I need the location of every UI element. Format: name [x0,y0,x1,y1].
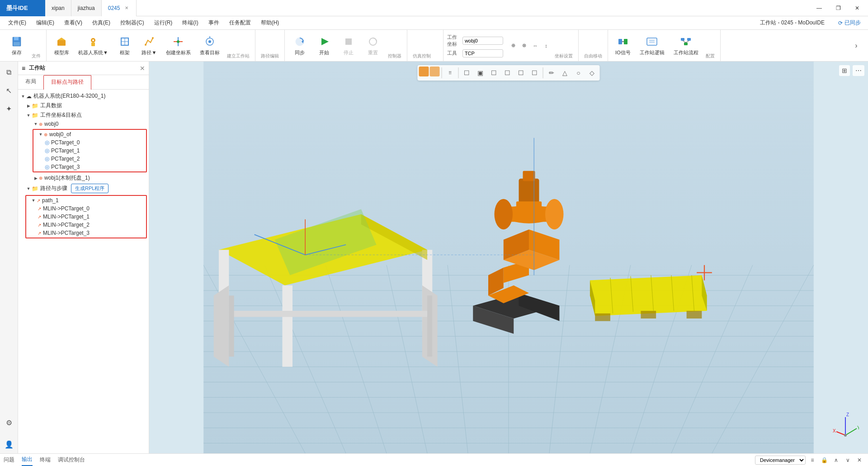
create-coord-button[interactable]: 创建坐标系 [162,33,194,58]
panel-close-btn[interactable]: ✕ [140,65,145,72]
tree-wobj-folder[interactable]: ▼ 📁 工件坐标&目标点 [18,110,149,120]
tree-tool-data[interactable]: ▶ 📁 工具数据 [18,101,149,110]
log-tab-problems[interactable]: 问题 [4,454,14,466]
view-target-button[interactable]: 查看目标 [196,33,223,58]
log-down-icon[interactable]: ∨ [843,455,853,465]
tree-wobj0-of[interactable]: ▼ ⊕ wobj0_of [34,130,146,138]
vp-btn-box4[interactable]: ☐ [501,67,514,79]
expand-wobj1[interactable]: ▶ [33,175,39,181]
maximize-button[interactable]: ❐ [829,0,847,16]
vp-btn-box2[interactable]: ▣ [474,67,487,79]
3d-viewport[interactable]: ⠿ ☐ ▣ ☐ ☐ ☐ ☐ ✏ △ ○ ◇ ⊞ ⋯ Z Y [149,62,868,453]
tree-wobj1[interactable]: ▶ ⊕ wobj1(木制托盘_1) [18,173,149,183]
tree-mlin-2[interactable]: ↗ MLIN->PCTarget_2 [27,221,146,229]
vp-btn-diamond[interactable]: ◇ [586,67,599,79]
tree-pctarget-0[interactable]: ◎ PCTarget_0 [34,138,146,147]
log-up-icon[interactable]: ∧ [831,455,841,465]
tool-input[interactable] [462,49,503,57]
reset-button[interactable]: 重置 [362,33,384,58]
tree-pctarget-1[interactable]: ◎ PCTarget_1 [34,147,146,155]
log-tab-terminal[interactable]: 终端 [40,454,51,466]
tree-pctarget-2[interactable]: ◎ PCTarget_2 [34,155,146,163]
expand-wobj0-of[interactable]: ▼ [38,131,44,138]
tree-wobj0[interactable]: ▼ ⊕ wobj0 [18,120,149,128]
expand-robot-system[interactable]: ▼ [20,93,26,100]
sidebar-copy-icon[interactable]: ⧉ [2,65,16,80]
save-button[interactable]: 保存 [5,33,28,58]
log-close-icon[interactable]: ✕ [854,455,864,465]
log-tab-output[interactable]: 输出 [22,454,33,466]
generate-rpl-button[interactable]: 生成RPL程序 [71,184,108,193]
tree-path1[interactable]: ▼ ↗ path_1 [27,196,146,204]
sync-toolbar-button[interactable]: 同步 [288,33,311,58]
expand-wobj-folder[interactable]: ▼ [25,112,32,119]
io-button[interactable]: IO信号 [612,33,634,58]
tab-0245-close[interactable]: ✕ [123,5,130,11]
vp-btn-box5[interactable]: ☐ [515,67,528,79]
model-library-button[interactable]: 模型库 [50,33,73,58]
expand-path1[interactable]: ▼ [30,197,37,204]
vp-btn-box1[interactable]: ☐ [461,67,473,79]
vp-btn-obj1[interactable] [419,67,429,76]
tree-paths-folder[interactable]: ▼ 📁 路径与步骤 生成RPL程序 [18,183,149,194]
tab-0245[interactable]: 0245 ✕ [102,0,137,16]
tree-mlin-3[interactable]: ↗ MLIN->PCTarget_3 [27,229,146,237]
sidebar-cursor-icon[interactable]: ↖ [2,83,16,98]
tab-jiazhua[interactable]: jiazhua [71,0,102,16]
menu-file[interactable]: 文件(E) [4,17,31,29]
sidebar-star-icon[interactable]: ✦ [2,101,16,116]
tab-xipan[interactable]: xipan [45,0,71,16]
menu-sim[interactable]: 仿真(E) [88,17,115,29]
frame-button[interactable]: 框架 [113,33,136,58]
viewport-more-btn[interactable]: ⋯ [853,65,864,76]
menu-controller[interactable]: 控制器(C) [116,17,149,29]
toolbar-section-config: IO信号 工作站逻辑 工作站流程 配置 [608,30,721,61]
station-flow-button[interactable]: 工作站流程 [670,33,702,58]
log-list-icon[interactable]: ≡ [807,455,817,465]
menu-terminal[interactable]: 终端(I) [178,17,203,29]
toolbar-expand-btn[interactable]: › [850,39,863,52]
tab-layout[interactable]: 布局 [18,75,43,89]
tab-targets[interactable]: 目标点与路径 [43,75,91,90]
sync-button[interactable]: ⟳ 已同步 [835,18,864,28]
sidebar-user-icon[interactable]: 👤 [2,437,16,452]
close-button[interactable]: ✕ [848,0,866,16]
menu-task[interactable]: 任务配置 [225,17,255,29]
vp-btn-tri[interactable]: △ [559,67,571,79]
wobj-input[interactable] [462,37,503,45]
expand-tool-data[interactable]: ▶ [25,103,32,109]
log-lock-icon[interactable]: 🔒 [819,455,829,465]
path-button[interactable]: 路径▼ [138,33,160,58]
device-dropdown[interactable]: Devicemanager [755,456,806,465]
coord-btn-3[interactable]: ↔ [530,41,540,51]
tree-mlin-1[interactable]: ↗ MLIN->PCTarget_1 [27,213,146,221]
vp-btn-box3[interactable]: ☐ [488,67,500,79]
robot-system-button[interactable]: 机器人系统▼ [75,33,112,58]
log-tab-debug[interactable]: 调试控制台 [58,454,85,466]
vp-btn-circle[interactable]: ○ [572,67,585,79]
station-logic-button[interactable]: 工作站逻辑 [636,33,668,58]
tree-robot-system[interactable]: ▼ ☁ 机器人系统(ER180-4-3200_1) [18,91,149,101]
minimize-button[interactable]: — [810,0,828,16]
menu-event[interactable]: 事件 [204,17,224,29]
expand-paths-folder[interactable]: ▼ [25,185,32,192]
tree-pctarget-3[interactable]: ◎ PCTarget_3 [34,163,146,171]
tree-mlin-0[interactable]: ↗ MLIN->PCTarget_0 [27,204,146,213]
vp-btn-obj2[interactable] [430,67,440,76]
menu-edit[interactable]: 编辑(E) [32,17,59,29]
vp-btn-box6[interactable]: ☐ [528,67,541,79]
coord-btn-4[interactable]: ↕ [541,41,551,51]
coord-btn-1[interactable]: ⊕ [509,41,519,51]
vp-btn-pen[interactable]: ✏ [545,67,558,79]
stop-button[interactable]: 停止 [337,33,360,58]
station-flow-label: 工作站流程 [674,49,698,56]
coord-btn-2[interactable]: ⊗ [519,41,529,51]
expand-wobj0[interactable]: ▼ [33,121,39,127]
menu-view[interactable]: 查看(V) [60,17,87,29]
vp-btn-dots[interactable]: ⠿ [444,67,457,79]
menu-run[interactable]: 运行(R) [150,17,177,29]
menu-help[interactable]: 帮助(H) [256,17,284,29]
viewport-layout-toggle[interactable]: ⊞ [839,65,850,76]
start-button[interactable]: 开始 [313,33,335,58]
sidebar-gear-icon[interactable]: ⚙ [2,415,16,430]
